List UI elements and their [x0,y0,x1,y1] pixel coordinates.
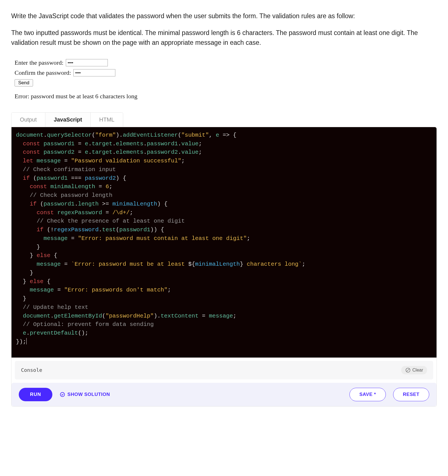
save-button[interactable]: SAVE * [349,388,386,401]
enter-password-label: Enter the password: [15,59,64,66]
tab-output[interactable]: Output [11,113,45,127]
password-input-2[interactable] [73,69,115,76]
show-solution-label: SHOW SOLUTION [67,392,110,397]
confirm-password-label: Confirm the password: [15,69,71,76]
console-title: Console [21,367,42,373]
text-cursor [26,338,27,344]
run-button[interactable]: RUN [19,388,52,401]
action-bar: RUN SHOW SOLUTION SAVE * RESET [11,383,437,406]
clear-label: Clear [412,368,423,373]
password-help-text: Error: password must be at least 6 chara… [15,93,433,100]
tab-javascript[interactable]: JavaScript [45,113,91,127]
check-circle-icon [60,392,65,397]
console-panel: Console Clear [15,361,433,379]
instructions-paragraph-1: Write the JavaScript code that validates… [11,11,437,21]
tab-html[interactable]: HTML [91,113,123,127]
prohibit-icon [405,367,411,373]
svg-line-1 [407,369,409,372]
reset-button[interactable]: RESET [393,388,429,401]
output-preview: Enter the password: Confirm the password… [11,55,437,104]
code-editor[interactable]: document.querySelector("form").addEventL… [11,127,437,358]
editor-tabs: Output JavaScript HTML [11,112,123,127]
show-solution-button[interactable]: SHOW SOLUTION [60,392,110,397]
send-button[interactable]: Send [15,79,33,87]
instructions-paragraph-2: The two inputted passwords must be ident… [11,28,437,48]
password-input-1[interactable] [66,59,108,66]
clear-console-button[interactable]: Clear [401,366,427,374]
